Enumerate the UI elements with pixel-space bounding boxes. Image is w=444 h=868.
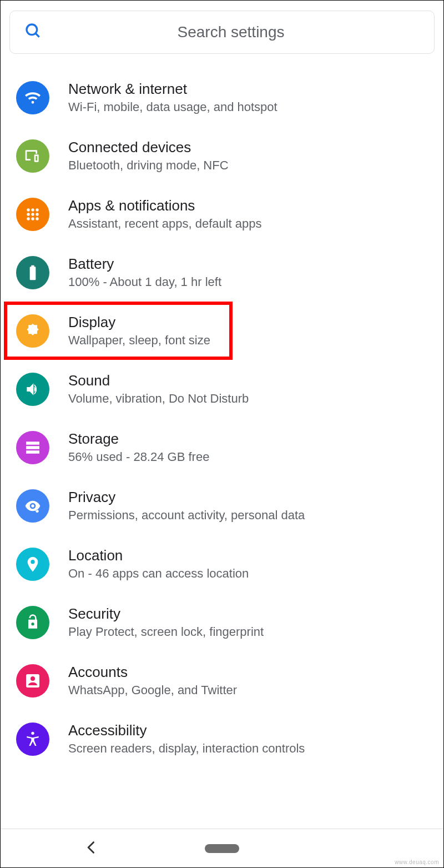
item-title: Network & internet (68, 81, 278, 98)
devices-icon (16, 139, 49, 173)
svg-point-2 (27, 208, 29, 211)
item-subtitle: 56% used - 28.24 GB free (68, 450, 209, 464)
security-icon (16, 606, 49, 639)
apps-icon (16, 198, 49, 231)
item-subtitle: Permissions, account activity, personal … (68, 508, 305, 523)
svg-point-8 (27, 217, 29, 220)
item-subtitle: Wi-Fi, mobile, data usage, and hotspot (68, 100, 278, 114)
svg-point-6 (31, 213, 34, 215)
svg-point-5 (27, 213, 29, 215)
item-text: AccountsWhatsApp, Google, and Twitter (68, 664, 237, 698)
item-text: Battery100% - About 1 day, 1 hr left (68, 255, 221, 289)
wifi-icon (16, 81, 49, 114)
svg-point-0 (27, 24, 37, 35)
settings-item-storage[interactable]: Storage56% used - 28.24 GB free (1, 418, 443, 476)
brightness-icon (16, 314, 49, 348)
settings-list: Network & internetWi-Fi, mobile, data us… (1, 64, 443, 768)
item-title: Security (68, 605, 264, 623)
item-text: AccessibilityScreen readers, display, in… (68, 722, 305, 756)
battery-icon (16, 256, 49, 289)
item-subtitle: Screen readers, display, interaction con… (68, 741, 305, 756)
sound-icon (16, 373, 49, 406)
settings-item-network[interactable]: Network & internetWi-Fi, mobile, data us… (1, 68, 443, 127)
svg-point-4 (36, 208, 38, 211)
search-icon (24, 22, 42, 42)
item-text: Storage56% used - 28.24 GB free (68, 430, 209, 464)
search-input[interactable] (42, 23, 420, 41)
settings-item-security[interactable]: SecurityPlay Protect, screen lock, finge… (1, 593, 443, 651)
settings-item-sound[interactable]: SoundVolume, vibration, Do Not Disturb (1, 360, 443, 418)
back-button[interactable] (84, 840, 99, 857)
svg-point-3 (31, 208, 34, 211)
location-icon (16, 548, 49, 581)
accounts-icon (16, 664, 49, 698)
settings-item-privacy[interactable]: PrivacyPermissions, account activity, pe… (1, 476, 443, 535)
settings-item-display[interactable]: DisplayWallpaper, sleep, font size (1, 302, 443, 360)
storage-icon (16, 431, 49, 464)
svg-point-7 (36, 213, 38, 215)
item-text: Network & internetWi-Fi, mobile, data us… (68, 81, 278, 114)
item-subtitle: Play Protect, screen lock, fingerprint (68, 625, 264, 639)
svg-point-10 (36, 217, 38, 220)
item-text: Connected devicesBluetooth, driving mode… (68, 139, 229, 173)
item-subtitle: 100% - About 1 day, 1 hr left (68, 275, 221, 289)
settings-item-location[interactable]: LocationOn - 46 apps can access location (1, 535, 443, 593)
settings-item-accounts[interactable]: AccountsWhatsApp, Google, and Twitter (1, 651, 443, 710)
item-title: Accounts (68, 664, 237, 681)
system-nav-bar (1, 829, 443, 867)
item-subtitle: Volume, vibration, Do Not Disturb (68, 392, 249, 406)
svg-line-1 (36, 33, 39, 37)
item-subtitle: WhatsApp, Google, and Twitter (68, 683, 237, 698)
item-subtitle: On - 46 apps can access location (68, 566, 249, 581)
privacy-icon (16, 489, 49, 523)
item-title: Storage (68, 430, 209, 448)
item-text: PrivacyPermissions, account activity, pe… (68, 489, 305, 523)
settings-item-accessibility[interactable]: AccessibilityScreen readers, display, in… (1, 710, 443, 768)
search-bar[interactable] (9, 11, 435, 54)
item-subtitle: Bluetooth, driving mode, NFC (68, 158, 229, 173)
item-subtitle: Wallpaper, sleep, font size (68, 333, 210, 348)
item-text: SecurityPlay Protect, screen lock, finge… (68, 605, 264, 639)
item-text: LocationOn - 46 apps can access location (68, 547, 249, 581)
item-text: SoundVolume, vibration, Do Not Disturb (68, 372, 249, 406)
item-subtitle: Assistant, recent apps, default apps (68, 217, 262, 231)
svg-point-9 (31, 217, 34, 220)
item-title: Battery (68, 255, 221, 273)
item-title: Location (68, 547, 249, 564)
home-gesture-pill[interactable] (205, 844, 239, 853)
item-text: Apps & notificationsAssistant, recent ap… (68, 197, 262, 231)
watermark: www.deuaq.com (395, 859, 439, 865)
item-title: Accessibility (68, 722, 305, 739)
item-title: Connected devices (68, 139, 229, 156)
settings-item-battery[interactable]: Battery100% - About 1 day, 1 hr left (1, 243, 443, 302)
item-text: DisplayWallpaper, sleep, font size (68, 314, 210, 348)
item-title: Display (68, 314, 210, 331)
item-title: Apps & notifications (68, 197, 262, 214)
settings-item-apps[interactable]: Apps & notificationsAssistant, recent ap… (1, 185, 443, 243)
accessibility-icon (16, 723, 49, 756)
svg-point-11 (31, 731, 34, 734)
settings-item-connected[interactable]: Connected devicesBluetooth, driving mode… (1, 127, 443, 185)
item-title: Sound (68, 372, 249, 389)
item-title: Privacy (68, 489, 305, 506)
